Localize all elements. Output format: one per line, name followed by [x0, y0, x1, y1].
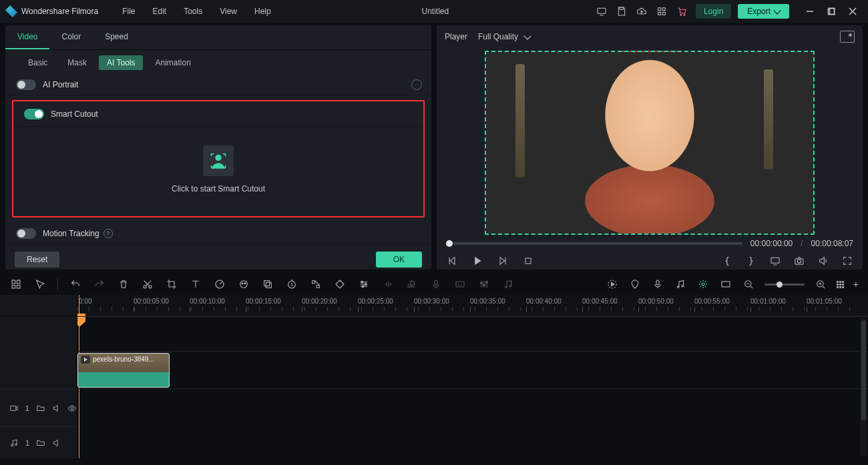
subtitles-icon[interactable] [453, 278, 467, 291]
subtabs-row: Basic Mask AI Tools Animation [5, 50, 431, 74]
folder-icon[interactable] [36, 438, 45, 448]
mute-icon[interactable] [52, 404, 61, 413]
display-icon[interactable] [769, 255, 781, 267]
undo-icon[interactable] [69, 278, 82, 291]
smart-cutout-highlight: Smart Cutout Click to start Smart Cutout [12, 100, 425, 217]
eye-icon[interactable] [67, 404, 77, 413]
login-button[interactable]: Login [696, 4, 731, 19]
ai-icon[interactable] [696, 278, 710, 291]
video-clip[interactable]: pexels-bruno-3849... [77, 353, 170, 388]
ai-portrait-toggle[interactable] [16, 79, 36, 90]
smart-cutout-start-button[interactable] [203, 145, 234, 176]
menu-view[interactable]: View [213, 4, 244, 19]
audio-track[interactable] [77, 388, 868, 420]
timeline-view-icon[interactable] [837, 281, 844, 288]
fullscreen-icon[interactable] [841, 255, 853, 267]
adjust-icon[interactable] [357, 278, 371, 291]
play-icon[interactable] [471, 255, 483, 267]
cart-icon[interactable] [673, 3, 690, 20]
subtab-mask[interactable]: Mask [59, 55, 95, 70]
svg-point-52 [15, 443, 17, 445]
motion-tracking-toggle[interactable] [16, 228, 36, 239]
ai-portrait-reset-icon[interactable] [411, 79, 422, 90]
marker-icon[interactable] [628, 278, 642, 291]
device-icon[interactable] [593, 3, 610, 20]
ruler-tick: 00:00:20:00 [302, 298, 337, 305]
mixer-icon[interactable] [477, 278, 491, 291]
color-icon[interactable] [237, 278, 250, 291]
pointer-tool-icon[interactable] [33, 278, 47, 291]
cloud-upload-icon[interactable] [633, 3, 650, 20]
aspect-icon[interactable] [719, 278, 732, 291]
mic-icon[interactable] [651, 278, 664, 291]
timecode-duration: 00:00:08:07 [811, 239, 853, 248]
keyframe-icon[interactable] [333, 278, 347, 291]
text-icon[interactable] [189, 278, 202, 291]
camera-icon[interactable] [793, 255, 805, 267]
export-button[interactable]: Export [738, 4, 789, 19]
tab-video[interactable]: Video [5, 25, 49, 49]
zoom-in-icon[interactable] [814, 278, 827, 291]
cut-icon[interactable] [141, 278, 154, 291]
grid-icon[interactable] [9, 278, 23, 291]
speed-icon[interactable] [213, 278, 226, 291]
video-track[interactable]: pexels-bruno-3849... [77, 351, 868, 388]
beat-icon[interactable] [501, 278, 515, 291]
timeline-add-icon[interactable]: + [853, 279, 859, 290]
tab-speed[interactable]: Speed [93, 25, 140, 49]
subtab-ai-tools[interactable]: AI Tools [99, 55, 143, 70]
timeline-scrollbar[interactable] [860, 318, 867, 457]
folder-icon[interactable] [36, 404, 45, 413]
player-label: Player [445, 32, 467, 41]
player-quality-select[interactable]: Full Quality [478, 32, 530, 41]
smart-cutout-toggle[interactable] [24, 109, 44, 119]
audio-sync-icon[interactable] [674, 278, 687, 291]
mute-icon[interactable] [52, 438, 61, 448]
apps-icon[interactable] [653, 3, 670, 20]
overlay-icon[interactable] [261, 278, 274, 291]
timeline-tracks[interactable]: 0:00 00:00:05:00 00:00:10:00 00:00:15:00… [77, 295, 868, 458]
stop-icon[interactable] [522, 255, 534, 267]
mark-in-icon[interactable]: { [721, 255, 733, 267]
step-back-icon[interactable] [446, 255, 458, 267]
svg-rect-15 [12, 280, 15, 284]
svg-rect-4 [658, 12, 661, 15]
window-minimize-icon[interactable] [800, 2, 820, 21]
audio-stretch-icon[interactable] [381, 278, 395, 291]
crop-icon[interactable] [165, 278, 178, 291]
smart-cutout-hint: Click to start Smart Cutout [172, 184, 265, 193]
motion-tracking-info-icon[interactable]: ? [103, 229, 113, 238]
ruler-tick: 00:00:15:00 [246, 298, 281, 305]
redo-icon[interactable] [93, 278, 106, 291]
zoom-slider[interactable] [765, 284, 805, 286]
reset-button[interactable]: Reset [15, 252, 59, 268]
svg-point-14 [797, 260, 801, 263]
duration-icon[interactable] [285, 278, 298, 291]
step-forward-icon[interactable] [497, 255, 509, 267]
window-maximize-icon[interactable] [821, 2, 841, 21]
menu-tools[interactable]: Tools [177, 4, 209, 19]
window-close-icon[interactable] [843, 2, 863, 21]
tab-color[interactable]: Color [49, 25, 93, 49]
voiceover-icon[interactable] [429, 278, 443, 291]
preview-viewport[interactable] [485, 51, 815, 235]
volume-icon[interactable] [817, 255, 829, 267]
subtab-animation[interactable]: Animation [147, 55, 198, 70]
render-icon[interactable] [606, 278, 619, 291]
menu-file[interactable]: File [116, 4, 142, 19]
detach-audio-icon[interactable] [405, 278, 419, 291]
delete-icon[interactable] [117, 278, 130, 291]
track-fit-icon[interactable] [309, 278, 322, 291]
clip-name: pexels-bruno-3849... [93, 356, 160, 363]
zoom-out-icon[interactable] [742, 278, 755, 291]
mark-out-icon[interactable]: } [745, 255, 757, 267]
menu-edit[interactable]: Edit [146, 4, 174, 19]
timeline-ruler[interactable]: 0:00 00:00:05:00 00:00:10:00 00:00:15:00… [77, 295, 868, 316]
audio-track-index: 1 [25, 439, 29, 447]
menu-help[interactable]: Help [248, 4, 278, 19]
player-progress[interactable] [446, 242, 742, 245]
snapshot-icon[interactable] [840, 31, 855, 43]
save-icon[interactable] [613, 3, 630, 20]
ok-button[interactable]: OK [376, 252, 422, 268]
subtab-basic[interactable]: Basic [20, 55, 55, 70]
